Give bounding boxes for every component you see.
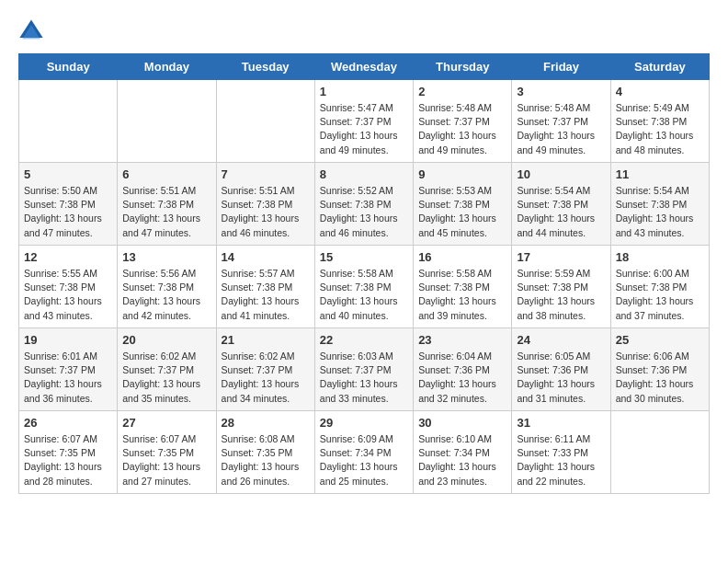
calendar-cell: 3Sunrise: 5:48 AM Sunset: 7:37 PM Daylig…	[512, 80, 610, 163]
week-row-3: 12Sunrise: 5:55 AM Sunset: 7:38 PM Dayli…	[19, 246, 710, 328]
calendar-cell: 12Sunrise: 5:55 AM Sunset: 7:38 PM Dayli…	[19, 246, 118, 328]
logo-icon	[18, 18, 44, 44]
day-info: Sunrise: 5:58 AM Sunset: 7:38 PM Dayligh…	[320, 267, 408, 323]
calendar-cell: 13Sunrise: 5:56 AM Sunset: 7:38 PM Dayli…	[118, 246, 216, 328]
calendar-cell: 7Sunrise: 5:51 AM Sunset: 7:38 PM Daylig…	[216, 163, 314, 246]
day-number: 29	[320, 416, 408, 430]
week-row-2: 5Sunrise: 5:50 AM Sunset: 7:38 PM Daylig…	[19, 163, 710, 246]
weekday-header-thursday: Thursday	[414, 54, 512, 80]
day-number: 19	[24, 333, 112, 347]
day-info: Sunrise: 6:08 AM Sunset: 7:35 PM Dayligh…	[222, 432, 310, 488]
calendar-cell: 5Sunrise: 5:50 AM Sunset: 7:38 PM Daylig…	[19, 163, 118, 246]
logo	[18, 18, 48, 44]
day-number: 1	[320, 85, 408, 98]
day-info: Sunrise: 6:06 AM Sunset: 7:36 PM Dayligh…	[616, 350, 704, 406]
calendar-cell: 22Sunrise: 6:03 AM Sunset: 7:37 PM Dayli…	[314, 328, 413, 411]
day-info: Sunrise: 6:11 AM Sunset: 7:33 PM Dayligh…	[517, 432, 605, 488]
calendar-cell: 27Sunrise: 6:07 AM Sunset: 7:35 PM Dayli…	[118, 411, 216, 494]
day-number: 13	[122, 250, 210, 264]
day-number: 18	[616, 250, 704, 264]
day-number: 10	[517, 167, 605, 181]
calendar-cell	[19, 80, 118, 163]
day-number: 15	[320, 250, 408, 264]
weekday-header-monday: Monday	[118, 54, 216, 80]
week-row-1: 1Sunrise: 5:47 AM Sunset: 7:37 PM Daylig…	[19, 80, 710, 163]
calendar-cell: 1Sunrise: 5:47 AM Sunset: 7:37 PM Daylig…	[314, 80, 413, 163]
day-number: 26	[24, 416, 112, 430]
day-info: Sunrise: 6:07 AM Sunset: 7:35 PM Dayligh…	[122, 432, 210, 488]
day-number: 2	[418, 85, 506, 98]
day-number: 17	[517, 250, 605, 264]
day-info: Sunrise: 5:59 AM Sunset: 7:38 PM Dayligh…	[517, 267, 605, 323]
day-info: Sunrise: 6:10 AM Sunset: 7:34 PM Dayligh…	[418, 432, 506, 488]
calendar-cell: 18Sunrise: 6:00 AM Sunset: 7:38 PM Dayli…	[610, 246, 709, 328]
day-number: 5	[24, 167, 112, 181]
calendar-cell: 30Sunrise: 6:10 AM Sunset: 7:34 PM Dayli…	[414, 411, 512, 494]
day-info: Sunrise: 6:05 AM Sunset: 7:36 PM Dayligh…	[517, 350, 605, 406]
day-info: Sunrise: 5:49 AM Sunset: 7:38 PM Dayligh…	[616, 101, 704, 157]
day-info: Sunrise: 5:51 AM Sunset: 7:38 PM Dayligh…	[222, 184, 310, 240]
weekday-header-row: SundayMondayTuesdayWednesdayThursdayFrid…	[19, 54, 710, 80]
day-number: 16	[418, 250, 506, 264]
day-info: Sunrise: 5:47 AM Sunset: 7:37 PM Dayligh…	[320, 101, 408, 157]
day-info: Sunrise: 6:02 AM Sunset: 7:37 PM Dayligh…	[222, 350, 310, 406]
day-number: 31	[517, 416, 605, 430]
calendar-cell: 29Sunrise: 6:09 AM Sunset: 7:34 PM Dayli…	[314, 411, 413, 494]
day-number: 8	[320, 167, 408, 181]
day-info: Sunrise: 6:04 AM Sunset: 7:36 PM Dayligh…	[418, 350, 506, 406]
weekday-header-wednesday: Wednesday	[314, 54, 413, 80]
calendar-table: SundayMondayTuesdayWednesdayThursdayFrid…	[18, 53, 710, 494]
calendar-cell: 9Sunrise: 5:53 AM Sunset: 7:38 PM Daylig…	[414, 163, 512, 246]
day-number: 24	[517, 333, 605, 347]
day-info: Sunrise: 5:51 AM Sunset: 7:38 PM Dayligh…	[122, 184, 210, 240]
calendar-cell: 28Sunrise: 6:08 AM Sunset: 7:35 PM Dayli…	[216, 411, 314, 494]
calendar-cell: 6Sunrise: 5:51 AM Sunset: 7:38 PM Daylig…	[118, 163, 216, 246]
weekday-header-sunday: Sunday	[19, 54, 118, 80]
week-row-4: 19Sunrise: 6:01 AM Sunset: 7:37 PM Dayli…	[19, 328, 710, 411]
day-info: Sunrise: 6:07 AM Sunset: 7:35 PM Dayligh…	[24, 432, 112, 488]
calendar-cell: 8Sunrise: 5:52 AM Sunset: 7:38 PM Daylig…	[314, 163, 413, 246]
page-header	[18, 18, 710, 44]
day-info: Sunrise: 5:52 AM Sunset: 7:38 PM Dayligh…	[320, 184, 408, 240]
calendar-cell: 31Sunrise: 6:11 AM Sunset: 7:33 PM Dayli…	[512, 411, 610, 494]
weekday-header-saturday: Saturday	[610, 54, 709, 80]
day-number: 25	[616, 333, 704, 347]
calendar-cell: 26Sunrise: 6:07 AM Sunset: 7:35 PM Dayli…	[19, 411, 118, 494]
day-info: Sunrise: 5:57 AM Sunset: 7:38 PM Dayligh…	[222, 267, 310, 323]
day-number: 20	[122, 333, 210, 347]
day-number: 23	[418, 333, 506, 347]
day-number: 27	[122, 416, 210, 430]
day-number: 12	[24, 250, 112, 264]
calendar-cell: 21Sunrise: 6:02 AM Sunset: 7:37 PM Dayli…	[216, 328, 314, 411]
calendar-cell: 4Sunrise: 5:49 AM Sunset: 7:38 PM Daylig…	[610, 80, 709, 163]
calendar-cell: 10Sunrise: 5:54 AM Sunset: 7:38 PM Dayli…	[512, 163, 610, 246]
day-info: Sunrise: 5:48 AM Sunset: 7:37 PM Dayligh…	[418, 101, 506, 157]
calendar-cell	[610, 411, 709, 494]
day-number: 4	[616, 85, 704, 98]
day-info: Sunrise: 5:54 AM Sunset: 7:38 PM Dayligh…	[517, 184, 605, 240]
day-number: 11	[616, 167, 704, 181]
day-info: Sunrise: 5:48 AM Sunset: 7:37 PM Dayligh…	[517, 101, 605, 157]
day-info: Sunrise: 6:03 AM Sunset: 7:37 PM Dayligh…	[320, 350, 408, 406]
day-info: Sunrise: 5:53 AM Sunset: 7:38 PM Dayligh…	[418, 184, 506, 240]
calendar-cell: 16Sunrise: 5:58 AM Sunset: 7:38 PM Dayli…	[414, 246, 512, 328]
calendar-cell: 23Sunrise: 6:04 AM Sunset: 7:36 PM Dayli…	[414, 328, 512, 411]
calendar-cell: 19Sunrise: 6:01 AM Sunset: 7:37 PM Dayli…	[19, 328, 118, 411]
week-row-5: 26Sunrise: 6:07 AM Sunset: 7:35 PM Dayli…	[19, 411, 710, 494]
calendar-cell: 24Sunrise: 6:05 AM Sunset: 7:36 PM Dayli…	[512, 328, 610, 411]
day-info: Sunrise: 5:58 AM Sunset: 7:38 PM Dayligh…	[418, 267, 506, 323]
day-number: 28	[222, 416, 310, 430]
day-number: 3	[517, 85, 605, 98]
day-number: 30	[418, 416, 506, 430]
calendar-cell	[216, 80, 314, 163]
day-number: 6	[122, 167, 210, 181]
weekday-header-friday: Friday	[512, 54, 610, 80]
day-info: Sunrise: 6:09 AM Sunset: 7:34 PM Dayligh…	[320, 432, 408, 488]
day-info: Sunrise: 6:02 AM Sunset: 7:37 PM Dayligh…	[122, 350, 210, 406]
day-number: 21	[222, 333, 310, 347]
calendar-body: 1Sunrise: 5:47 AM Sunset: 7:37 PM Daylig…	[19, 80, 710, 494]
day-number: 14	[222, 250, 310, 264]
weekday-header-tuesday: Tuesday	[216, 54, 314, 80]
day-number: 7	[222, 167, 310, 181]
calendar-cell: 20Sunrise: 6:02 AM Sunset: 7:37 PM Dayli…	[118, 328, 216, 411]
